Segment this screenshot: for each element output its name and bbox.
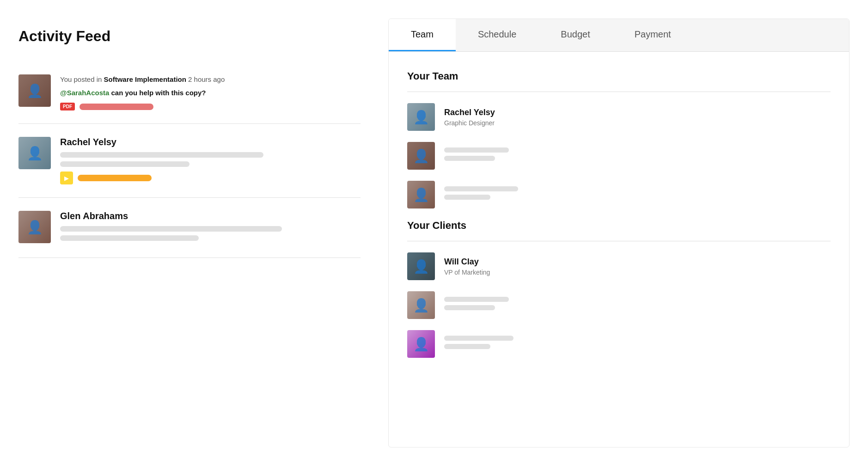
- avatar-member2: 👤: [407, 142, 435, 170]
- right-panel: Team Schedule Budget Payment Your Team 👤…: [388, 18, 850, 448]
- feed-item-3: 👤 Glen Abrahams: [18, 198, 361, 258]
- ph-line-c2b: [444, 305, 495, 310]
- member-role-rachel: Graphic Designer: [444, 119, 831, 127]
- team-divider: [407, 92, 831, 92]
- feed-project: Software Implementation: [104, 75, 186, 83]
- ph-line-c3b: [444, 344, 490, 349]
- ph-line-c3a: [444, 336, 513, 341]
- feed-time: 2 hours ago: [188, 75, 225, 83]
- ph-line-c2a: [444, 297, 509, 302]
- placeholder-bar-2: [60, 161, 189, 167]
- feed-meta-1: PDF: [60, 103, 361, 110]
- feed-message: @SarahAcosta can you help with this copy…: [60, 88, 361, 98]
- placeholder-bar-3: [60, 226, 282, 232]
- avatar-client2: 👤: [407, 291, 435, 319]
- member-role-will: VP of Marketing: [444, 269, 831, 276]
- avatar-glen: 👤: [18, 211, 51, 243]
- pdf-badge: PDF: [60, 103, 75, 110]
- client-will-clay: 👤 Will Clay VP of Marketing: [407, 252, 831, 280]
- feed-prefix: You posted in: [60, 75, 104, 83]
- avatar-rachel: 👤: [18, 137, 51, 169]
- client-2: 👤: [407, 291, 831, 319]
- avatar-will-clay: 👤: [407, 252, 435, 280]
- member-placeholder-c3: [444, 336, 831, 352]
- member-name-rachel: Rachel Yelsy: [444, 108, 831, 117]
- ph-line-3a: [444, 186, 518, 191]
- avatar-user1: 👤: [18, 74, 51, 107]
- feed-text-1: You posted in Software Implementation 2 …: [60, 74, 361, 85]
- avatar-rachel-team: 👤: [407, 103, 435, 131]
- page-title: Activity Feed: [18, 28, 361, 45]
- member-placeholder-3: [444, 186, 831, 203]
- video-badge: ▶: [60, 172, 73, 184]
- team-member-3: 👤: [407, 181, 831, 208]
- ph-line-2b: [444, 156, 495, 161]
- tab-team[interactable]: Team: [389, 19, 456, 51]
- feed-content-1: You posted in Software Implementation 2 …: [60, 74, 361, 110]
- member-placeholder-2: [444, 147, 831, 164]
- feed-item-1: 👤 You posted in Software Implementation …: [18, 61, 361, 124]
- tab-payment[interactable]: Payment: [612, 19, 693, 51]
- member-info-will: Will Clay VP of Marketing: [444, 257, 831, 276]
- team-member-rachel: 👤 Rachel Yelsy Graphic Designer: [407, 103, 831, 131]
- clients-divider: [407, 241, 831, 241]
- feed-mention: @SarahAcosta: [60, 89, 109, 97]
- your-clients-title: Your Clients: [407, 220, 831, 232]
- your-team-title: Your Team: [407, 70, 831, 82]
- feed-item-2: 👤 Rachel Yelsy ▶: [18, 124, 361, 198]
- team-member-2: 👤: [407, 142, 831, 170]
- attachment-bar-yellow: [78, 175, 152, 181]
- tab-bar: Team Schedule Budget Payment: [389, 19, 849, 52]
- activity-feed-panel: Activity Feed 👤 You posted in Software I…: [18, 18, 361, 448]
- member-name-will: Will Clay: [444, 257, 831, 267]
- member-info-rachel: Rachel Yelsy Graphic Designer: [444, 108, 831, 127]
- ph-line-2a: [444, 147, 509, 153]
- feed-name-rachel: Rachel Yelsy: [60, 137, 361, 147]
- ph-line-3b: [444, 195, 490, 200]
- tab-schedule[interactable]: Schedule: [456, 19, 538, 51]
- tab-budget[interactable]: Budget: [538, 19, 612, 51]
- member-placeholder-c2: [444, 297, 831, 313]
- feed-meta-2: ▶: [60, 172, 361, 184]
- feed-content-2: Rachel Yelsy ▶: [60, 137, 361, 184]
- feed-body: can you help with this copy?: [111, 89, 206, 97]
- client-3: 👤: [407, 330, 831, 358]
- attachment-bar-red: [79, 104, 153, 110]
- avatar-client3: 👤: [407, 330, 435, 358]
- feed-name-glen: Glen Abrahams: [60, 211, 361, 221]
- avatar-member3: 👤: [407, 181, 435, 208]
- placeholder-bar-1: [60, 152, 263, 158]
- feed-content-3: Glen Abrahams: [60, 211, 361, 245]
- placeholder-bar-4: [60, 235, 199, 241]
- team-content: Your Team 👤 Rachel Yelsy Graphic Designe…: [389, 52, 849, 383]
